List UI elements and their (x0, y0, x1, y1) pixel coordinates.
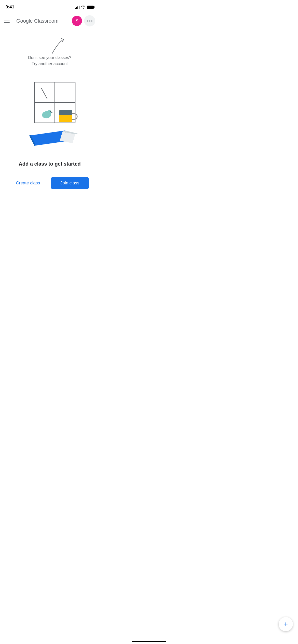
arrow-icon (47, 37, 67, 57)
status-bar: 9:41 (0, 0, 99, 13)
main-message: Add a class to get started (19, 161, 80, 167)
status-time: 9:41 (6, 5, 14, 10)
illustration (14, 77, 85, 153)
signal-icon (75, 5, 79, 9)
battery-icon (87, 6, 94, 9)
hint-area: Don't see your classes?Try another accou… (5, 37, 94, 67)
dot-3 (91, 20, 92, 22)
dot-1 (87, 20, 88, 22)
join-class-button[interactable]: Join class (51, 177, 89, 189)
create-class-button[interactable]: Create class (11, 178, 45, 189)
menu-line-2 (4, 21, 10, 21)
status-icons (75, 5, 94, 9)
app-title: Google Classroom (16, 18, 72, 24)
svg-rect-8 (59, 110, 72, 115)
more-options-button[interactable] (84, 15, 95, 26)
buttons-row: Create class Join class (11, 177, 88, 189)
classroom-illustration (14, 77, 85, 153)
menu-line-3 (4, 22, 10, 23)
main-content: Don't see your classes?Try another accou… (0, 29, 99, 215)
avatar[interactable]: S (72, 16, 82, 26)
header-actions: S (72, 15, 95, 26)
dot-2 (89, 20, 90, 22)
menu-line-1 (4, 19, 10, 19)
svg-point-6 (50, 111, 51, 112)
svg-point-5 (47, 110, 51, 114)
wifi-icon (81, 5, 86, 9)
app-header: Google Classroom S (0, 13, 99, 29)
menu-button[interactable] (4, 16, 13, 25)
hint-text: Don't see your classes?Try another accou… (28, 55, 71, 67)
